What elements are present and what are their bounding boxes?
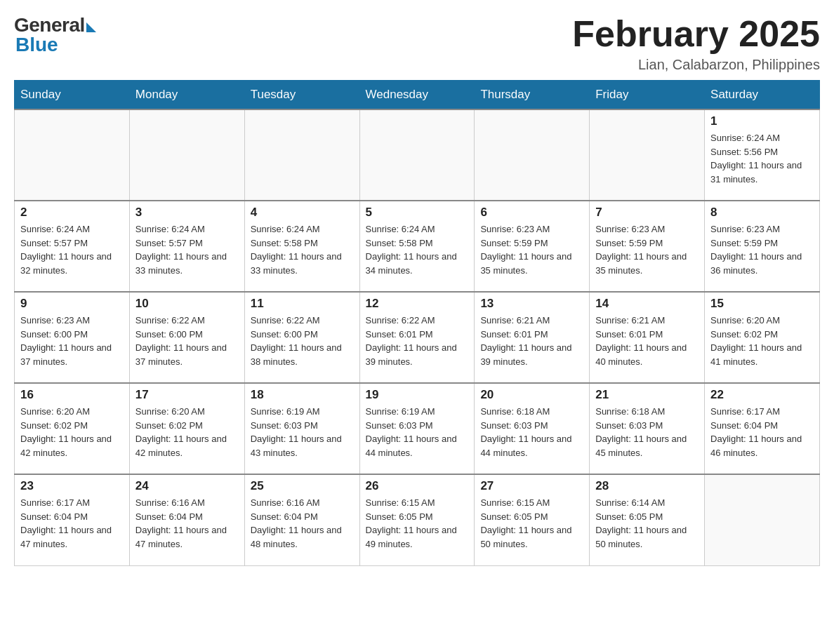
day-header-monday: Monday xyxy=(129,81,244,110)
calendar-cell: 10Sunrise: 6:22 AM Sunset: 6:00 PM Dayli… xyxy=(129,292,244,383)
calendar-cell: 24Sunrise: 6:16 AM Sunset: 6:04 PM Dayli… xyxy=(129,474,244,565)
calendar-cell: 2Sunrise: 6:24 AM Sunset: 5:57 PM Daylig… xyxy=(15,201,130,292)
calendar-cell xyxy=(475,109,590,201)
week-row-5: 23Sunrise: 6:17 AM Sunset: 6:04 PM Dayli… xyxy=(15,474,820,565)
day-number: 1 xyxy=(710,114,814,128)
day-info: Sunrise: 6:20 AM Sunset: 6:02 PM Dayligh… xyxy=(710,314,814,368)
week-row-1: 1Sunrise: 6:24 AM Sunset: 5:56 PM Daylig… xyxy=(15,109,820,201)
day-number: 6 xyxy=(480,206,583,220)
calendar-cell: 11Sunrise: 6:22 AM Sunset: 6:00 PM Dayli… xyxy=(244,292,359,383)
day-number: 7 xyxy=(595,206,699,220)
day-number: 24 xyxy=(135,479,239,493)
day-number: 12 xyxy=(366,297,469,311)
day-header-sunday: Sunday xyxy=(15,81,130,110)
day-number: 16 xyxy=(20,388,124,402)
day-info: Sunrise: 6:14 AM Sunset: 6:05 PM Dayligh… xyxy=(595,496,699,551)
day-info: Sunrise: 6:15 AM Sunset: 6:05 PM Dayligh… xyxy=(366,496,469,551)
calendar-cell: 20Sunrise: 6:18 AM Sunset: 6:03 PM Dayli… xyxy=(475,383,590,474)
calendar-cell xyxy=(129,109,244,201)
day-number: 22 xyxy=(710,388,814,402)
calendar-cell: 3Sunrise: 6:24 AM Sunset: 5:57 PM Daylig… xyxy=(129,201,244,292)
day-info: Sunrise: 6:21 AM Sunset: 6:01 PM Dayligh… xyxy=(480,314,583,368)
week-row-2: 2Sunrise: 6:24 AM Sunset: 5:57 PM Daylig… xyxy=(15,201,820,292)
day-number: 4 xyxy=(251,206,354,220)
logo: General Blue xyxy=(14,14,96,56)
day-info: Sunrise: 6:20 AM Sunset: 6:02 PM Dayligh… xyxy=(135,405,239,459)
calendar-cell: 28Sunrise: 6:14 AM Sunset: 6:05 PM Dayli… xyxy=(590,474,705,565)
calendar-cell: 16Sunrise: 6:20 AM Sunset: 6:02 PM Dayli… xyxy=(15,383,130,474)
calendar-cell: 15Sunrise: 6:20 AM Sunset: 6:02 PM Dayli… xyxy=(705,292,820,383)
day-info: Sunrise: 6:19 AM Sunset: 6:03 PM Dayligh… xyxy=(366,405,469,459)
day-info: Sunrise: 6:23 AM Sunset: 6:00 PM Dayligh… xyxy=(20,314,124,368)
day-header-thursday: Thursday xyxy=(475,81,590,110)
calendar-cell: 21Sunrise: 6:18 AM Sunset: 6:03 PM Dayli… xyxy=(590,383,705,474)
day-number: 10 xyxy=(135,297,239,311)
calendar-cell: 19Sunrise: 6:19 AM Sunset: 6:03 PM Dayli… xyxy=(359,383,475,474)
calendar-cell: 23Sunrise: 6:17 AM Sunset: 6:04 PM Dayli… xyxy=(15,474,130,565)
day-number: 3 xyxy=(135,206,239,220)
day-header-tuesday: Tuesday xyxy=(244,81,359,110)
day-info: Sunrise: 6:16 AM Sunset: 6:04 PM Dayligh… xyxy=(135,496,239,551)
day-number: 25 xyxy=(251,479,354,493)
day-header-friday: Friday xyxy=(590,81,705,110)
day-number: 26 xyxy=(366,479,469,493)
days-header-row: SundayMondayTuesdayWednesdayThursdayFrid… xyxy=(15,81,820,110)
day-number: 8 xyxy=(710,206,814,220)
calendar-cell xyxy=(705,474,820,565)
logo-blue-text: Blue xyxy=(15,34,58,56)
week-row-4: 16Sunrise: 6:20 AM Sunset: 6:02 PM Dayli… xyxy=(15,383,820,474)
calendar-cell: 27Sunrise: 6:15 AM Sunset: 6:05 PM Dayli… xyxy=(475,474,590,565)
calendar-cell xyxy=(244,109,359,201)
day-info: Sunrise: 6:20 AM Sunset: 6:02 PM Dayligh… xyxy=(20,405,124,459)
day-info: Sunrise: 6:18 AM Sunset: 6:03 PM Dayligh… xyxy=(480,405,583,459)
day-info: Sunrise: 6:24 AM Sunset: 5:58 PM Dayligh… xyxy=(251,222,354,277)
calendar-cell: 17Sunrise: 6:20 AM Sunset: 6:02 PM Dayli… xyxy=(129,383,244,474)
day-number: 28 xyxy=(595,479,699,493)
day-number: 14 xyxy=(595,297,699,311)
day-header-wednesday: Wednesday xyxy=(359,81,475,110)
calendar-cell: 1Sunrise: 6:24 AM Sunset: 5:56 PM Daylig… xyxy=(705,109,820,201)
day-info: Sunrise: 6:19 AM Sunset: 6:03 PM Dayligh… xyxy=(251,405,354,459)
day-info: Sunrise: 6:24 AM Sunset: 5:56 PM Dayligh… xyxy=(710,131,814,186)
day-number: 19 xyxy=(366,388,469,402)
month-title: February 2025 xyxy=(572,14,820,54)
day-info: Sunrise: 6:15 AM Sunset: 6:05 PM Dayligh… xyxy=(480,496,583,551)
day-number: 21 xyxy=(595,388,699,402)
calendar-cell: 13Sunrise: 6:21 AM Sunset: 6:01 PM Dayli… xyxy=(475,292,590,383)
day-header-saturday: Saturday xyxy=(705,81,820,110)
day-info: Sunrise: 6:18 AM Sunset: 6:03 PM Dayligh… xyxy=(595,405,699,459)
week-row-3: 9Sunrise: 6:23 AM Sunset: 6:00 PM Daylig… xyxy=(15,292,820,383)
day-number: 13 xyxy=(480,297,583,311)
calendar-cell xyxy=(15,109,130,201)
day-info: Sunrise: 6:16 AM Sunset: 6:04 PM Dayligh… xyxy=(251,496,354,551)
day-number: 15 xyxy=(710,297,814,311)
day-number: 20 xyxy=(480,388,583,402)
day-number: 23 xyxy=(20,479,124,493)
day-number: 11 xyxy=(251,297,354,311)
location-text: Lian, Calabarzon, Philippines xyxy=(572,57,820,73)
page-header: General Blue February 2025 Lian, Calabar… xyxy=(14,14,820,73)
calendar-cell: 18Sunrise: 6:19 AM Sunset: 6:03 PM Dayli… xyxy=(244,383,359,474)
day-number: 18 xyxy=(251,388,354,402)
calendar-cell: 5Sunrise: 6:24 AM Sunset: 5:58 PM Daylig… xyxy=(359,201,475,292)
day-info: Sunrise: 6:23 AM Sunset: 5:59 PM Dayligh… xyxy=(710,222,814,277)
calendar-cell: 9Sunrise: 6:23 AM Sunset: 6:00 PM Daylig… xyxy=(15,292,130,383)
calendar-cell: 12Sunrise: 6:22 AM Sunset: 6:01 PM Dayli… xyxy=(359,292,475,383)
calendar-cell: 7Sunrise: 6:23 AM Sunset: 5:59 PM Daylig… xyxy=(590,201,705,292)
calendar-cell: 6Sunrise: 6:23 AM Sunset: 5:59 PM Daylig… xyxy=(475,201,590,292)
day-number: 27 xyxy=(480,479,583,493)
calendar-cell xyxy=(359,109,475,201)
day-info: Sunrise: 6:17 AM Sunset: 6:04 PM Dayligh… xyxy=(710,405,814,459)
title-section: February 2025 Lian, Calabarzon, Philippi… xyxy=(572,14,820,73)
day-number: 2 xyxy=(20,206,124,220)
day-info: Sunrise: 6:24 AM Sunset: 5:58 PM Dayligh… xyxy=(366,222,469,277)
day-info: Sunrise: 6:22 AM Sunset: 6:00 PM Dayligh… xyxy=(135,314,239,368)
day-info: Sunrise: 6:23 AM Sunset: 5:59 PM Dayligh… xyxy=(595,222,699,277)
day-info: Sunrise: 6:24 AM Sunset: 5:57 PM Dayligh… xyxy=(135,222,239,277)
logo-arrow-icon xyxy=(86,22,96,32)
day-info: Sunrise: 6:22 AM Sunset: 6:00 PM Dayligh… xyxy=(251,314,354,368)
day-number: 9 xyxy=(20,297,124,311)
calendar-cell: 26Sunrise: 6:15 AM Sunset: 6:05 PM Dayli… xyxy=(359,474,475,565)
calendar-cell: 22Sunrise: 6:17 AM Sunset: 6:04 PM Dayli… xyxy=(705,383,820,474)
calendar-cell: 25Sunrise: 6:16 AM Sunset: 6:04 PM Dayli… xyxy=(244,474,359,565)
